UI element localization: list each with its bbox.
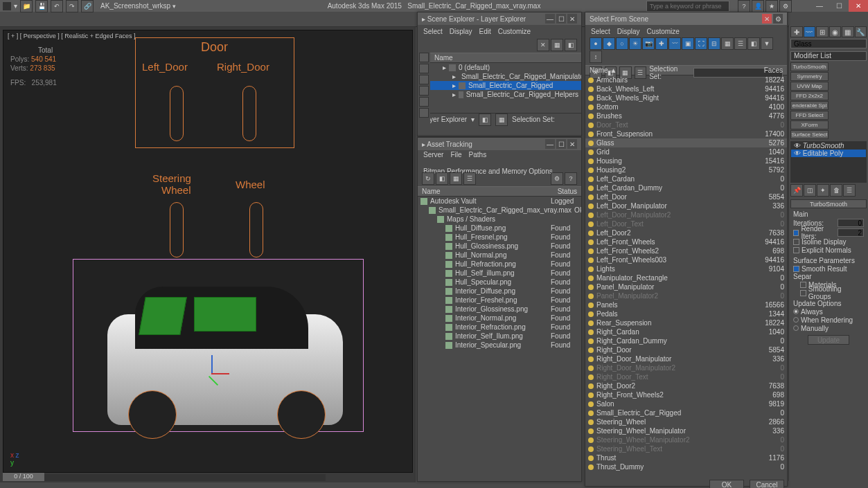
scene-object-row[interactable]: Left_Door27638 <box>585 228 787 237</box>
menu-display[interactable]: Display <box>450 28 472 35</box>
asset-row[interactable]: Hull_Fresnel.pngFound <box>418 233 581 242</box>
close-icon[interactable]: ✕ <box>567 14 577 24</box>
hierarchy-tab-icon[interactable]: ⊞ <box>816 26 829 37</box>
menu-paths[interactable]: Paths <box>469 150 487 160</box>
scene-explorer-titlebar[interactable]: ▸ Scene Explorer - Layer Explorer —☐✕ <box>418 12 581 25</box>
asset-row[interactable]: Interior_Normal.pngFound <box>418 314 581 323</box>
scene-object-row[interactable]: Thrust1176 <box>585 453 787 462</box>
scene-object-row[interactable]: Manipulator_Rectangle0 <box>585 273 787 282</box>
workspace-dropdown[interactable]: AK_Screenshot_wrksp ▾ <box>96 1 180 11</box>
se-column-header[interactable]: Name <box>430 53 581 63</box>
se-search-icon[interactable]: ✕ <box>537 39 549 51</box>
settings-icon[interactable]: ⚙ <box>779 0 792 12</box>
iterations-spinner[interactable] <box>838 219 864 227</box>
filter-icon[interactable]: ▦ <box>721 37 734 50</box>
smooth-result-checkbox[interactable] <box>793 266 799 272</box>
layer-row[interactable]: ▸Small_Electric_Car_Rigged <box>430 81 581 90</box>
menu-display[interactable]: Display <box>617 28 640 35</box>
modifier-button[interactable]: FFD Select <box>790 111 829 120</box>
link-icon[interactable]: 🔗 <box>81 0 94 12</box>
scene-object-row[interactable]: Left_Cardan_Dummy0 <box>585 183 787 192</box>
modifier-button[interactable]: Symmetry <box>790 72 829 81</box>
menu-server[interactable]: Server <box>423 150 443 160</box>
scene-object-row[interactable]: Lights9104 <box>585 264 787 273</box>
scene-object-row[interactable]: Bottom4100 <box>585 102 787 111</box>
menu-customize[interactable]: Customize <box>647 28 680 35</box>
object-name-field[interactable] <box>790 39 867 48</box>
asset-row[interactable]: Interior_Refraction.pngFound <box>418 323 581 332</box>
scene-object-row[interactable]: Right_Front_Wheels2698 <box>585 390 787 399</box>
scene-object-row[interactable]: Right_Cardan1040 <box>585 327 787 336</box>
filter-xref-icon[interactable]: ⛶ <box>695 37 707 50</box>
modifier-button[interactable]: enderable Spl <box>790 101 829 110</box>
turbosmooth-rollout-header[interactable]: TurboSmooth <box>790 199 867 208</box>
menu-file[interactable]: File <box>450 150 461 160</box>
asset-row[interactable]: Interior_Specular.pngFound <box>418 341 581 350</box>
at-icon[interactable]: ? <box>565 172 577 185</box>
scene-object-row[interactable]: Left_Door_Manipulator336 <box>585 201 787 210</box>
scene-object-row[interactable]: Right_Door_Text0 <box>585 372 787 381</box>
stack-item[interactable]: 👁 Editable Poly <box>791 150 866 157</box>
smoothing-groups-checkbox[interactable] <box>800 290 806 296</box>
gear-icon[interactable]: ⚙ <box>773 14 783 24</box>
filter-all-icon[interactable]: ● <box>590 37 602 50</box>
stack-pin-icon[interactable]: 📌 <box>790 184 803 197</box>
maximize-icon[interactable]: ☐ <box>556 139 566 149</box>
side-tab-icon[interactable] <box>419 64 429 73</box>
steering-slider[interactable] <box>170 202 184 257</box>
modify-tab-icon[interactable]: 〰 <box>804 26 816 37</box>
scene-object-row[interactable]: Left_Door5854 <box>585 192 787 201</box>
scene-object-row[interactable]: Panel_Manipulator20 <box>585 291 787 300</box>
stack-config-icon[interactable]: ☰ <box>843 184 856 197</box>
close-icon[interactable]: ✕ <box>567 139 577 149</box>
undo-icon[interactable]: ↶ <box>51 0 63 12</box>
modifier-button[interactable]: UVW Map <box>790 82 829 91</box>
stack-item[interactable]: 👁 TurboSmooth <box>791 142 866 150</box>
scene-object-row[interactable]: Housing25792 <box>585 165 787 174</box>
time-slider[interactable]: 0 / 100 <box>3 474 326 481</box>
filter-shape-icon[interactable]: ○ <box>616 37 628 50</box>
display-tab-icon[interactable]: ▦ <box>842 26 854 37</box>
filter-geom-icon[interactable]: ◆ <box>603 37 615 50</box>
filter-icon[interactable]: ☰ <box>734 37 747 50</box>
minimize-icon[interactable]: — <box>545 139 555 149</box>
maximize-button[interactable]: ☐ <box>829 0 849 12</box>
scene-object-row[interactable]: Left_Cardan0 <box>585 174 787 183</box>
windshield-mesh[interactable] <box>139 297 187 335</box>
filter-light-icon[interactable]: ☀ <box>629 37 641 50</box>
scene-object-row[interactable]: Grid1040 <box>585 147 787 156</box>
scene-object-row[interactable]: Door_Text0 <box>585 120 787 129</box>
scene-object-row[interactable]: Panel_Manipulator0 <box>585 282 787 291</box>
save-icon[interactable]: 💾 <box>35 0 48 12</box>
scene-object-row[interactable]: Right_Door27638 <box>585 381 787 390</box>
se-toggle-icon[interactable]: ◧ <box>565 39 577 51</box>
motion-tab-icon[interactable]: ◉ <box>829 26 842 37</box>
scene-object-row[interactable]: Steering_Wheel_Manipulator336 <box>585 426 787 435</box>
star-icon[interactable]: ★ <box>765 0 778 12</box>
open-icon[interactable]: 📁 <box>20 0 33 12</box>
asset-row[interactable]: Hull_Self_illum.pngFound <box>418 269 581 278</box>
stack-show-icon[interactable]: ◫ <box>804 184 816 197</box>
scene-object-row[interactable]: Salon9819 <box>585 399 787 408</box>
se-foot-icon[interactable]: ◧ <box>479 114 491 126</box>
scene-object-row[interactable]: Pedals1344 <box>585 309 787 318</box>
at-icon[interactable]: ◧ <box>436 172 448 185</box>
sfs-titlebar[interactable]: Select From Scene ✕⚙ <box>585 12 787 25</box>
stack-unique-icon[interactable]: ✦ <box>817 184 829 197</box>
at-column-header[interactable]: NameStatus <box>418 186 581 197</box>
signin-icon[interactable]: 👤 <box>752 0 764 12</box>
modifier-list-dropdown[interactable]: Modifier List <box>790 51 867 61</box>
side-tab-icon[interactable] <box>419 108 429 118</box>
scene-object-row[interactable]: Left_Front_Wheels2698 <box>585 246 787 255</box>
scene-object-row[interactable]: Brushes4776 <box>585 111 787 120</box>
filter-bone-icon[interactable]: ⊟ <box>708 37 720 50</box>
update-button[interactable]: Update <box>808 335 849 345</box>
asset-row[interactable]: Autodesk VaultLogged <box>418 197 581 206</box>
asset-row[interactable]: Hull_Normal.pngFound <box>418 251 581 260</box>
side-tab-icon[interactable] <box>419 75 429 84</box>
help-icon[interactable]: ? <box>738 0 750 12</box>
right-door-slider[interactable] <box>242 86 256 141</box>
layer-row[interactable]: ▸0 (default) <box>430 63 581 72</box>
manually-radio[interactable] <box>793 325 799 331</box>
scene-object-row[interactable]: Left_Front_Wheels00394416 <box>585 255 787 264</box>
